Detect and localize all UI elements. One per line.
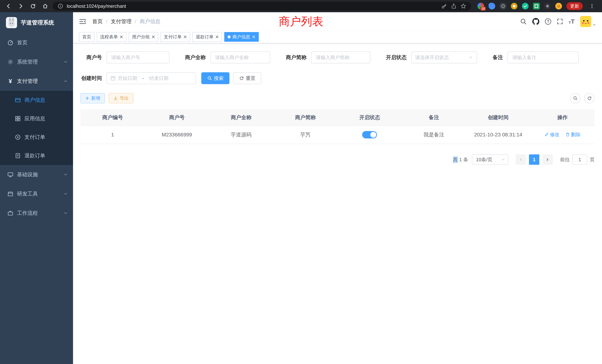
app-navbar: 首页 / 支付管理 / 商户信息 ? TT	[73, 12, 602, 31]
password-key-icon[interactable]	[441, 3, 447, 10]
sidebar-item-refund-order[interactable]: 退款订单	[0, 146, 73, 165]
back-icon[interactable]	[4, 1, 13, 11]
col-header: 备注	[402, 109, 466, 126]
chevron-down-icon	[469, 55, 473, 60]
sidebar-item-pay-order[interactable]: 支付订单	[0, 128, 73, 146]
search-button[interactable]: 搜索	[201, 72, 229, 84]
tab-process-form[interactable]: 流程表单	[97, 32, 126, 42]
next-page-button[interactable]	[542, 154, 553, 165]
col-header: 创建时间	[466, 109, 530, 126]
browser-update-button[interactable]: 更新	[566, 2, 583, 10]
dashboard-icon	[7, 40, 13, 46]
cell-actions: 修改 删除	[530, 126, 595, 144]
remark-input[interactable]	[507, 52, 579, 63]
app-logo[interactable]: 芋道管理系统	[0, 12, 73, 33]
chevron-down-icon	[63, 192, 68, 196]
browser-extensions-area: 10 更新	[474, 1, 598, 11]
reset-button[interactable]: 重置	[233, 72, 261, 84]
bookmark-star-icon[interactable]	[460, 3, 467, 10]
close-icon[interactable]	[183, 35, 187, 39]
tab-home[interactable]: 首页	[79, 32, 95, 42]
goto-page-input[interactable]	[572, 154, 587, 165]
close-icon[interactable]	[215, 35, 219, 39]
sidebar-item-infra[interactable]: 基础设施	[0, 165, 73, 184]
forward-icon[interactable]	[16, 1, 26, 11]
search-icon[interactable]	[520, 18, 527, 25]
help-icon[interactable]: ?	[545, 18, 551, 25]
page-size-select[interactable]: 10条/页	[472, 154, 508, 165]
url-text[interactable]: localhost:1024/pay/merchant	[67, 3, 438, 9]
extension-icon[interactable]	[522, 3, 529, 10]
tab-pay-order[interactable]: 支付订单	[161, 32, 190, 42]
breadcrumb-separator: /	[106, 19, 108, 24]
breadcrumb-home[interactable]: 首页	[92, 18, 103, 25]
sidebar-item-dev-tools[interactable]: 研发工具	[0, 184, 73, 203]
extension-icon[interactable]	[555, 3, 562, 10]
filter-row-2: 创建时间 开始日期 - 结束日期 搜索 重置	[80, 72, 595, 84]
chevron-down-icon	[63, 211, 68, 215]
status-toggle[interactable]	[362, 131, 377, 139]
extension-icon[interactable]: 10	[477, 3, 484, 10]
monitor-icon	[7, 172, 13, 178]
active-dot	[228, 35, 231, 38]
export-button[interactable]: 导出	[109, 93, 133, 103]
close-icon[interactable]	[120, 35, 123, 39]
tab-merchant-info[interactable]: 商户信息	[224, 32, 259, 42]
tab-user-group[interactable]: 用户分组	[129, 32, 158, 42]
filter-row-1: 商户号 商户全称 商户简称 开启状态 请选择开启状态	[80, 52, 595, 63]
table-toolbar: 新增 导出	[80, 93, 595, 103]
sidebar-fold-icon[interactable]	[79, 18, 86, 25]
document-icon	[15, 153, 21, 159]
extension-icon[interactable]	[544, 3, 551, 10]
col-header: 商户全称	[209, 109, 273, 126]
fullscreen-icon[interactable]	[557, 18, 563, 25]
chevron-down-icon	[63, 172, 68, 177]
breadcrumb-payment[interactable]: 支付管理	[111, 18, 132, 25]
full-name-input[interactable]	[210, 52, 270, 63]
share-icon[interactable]	[450, 3, 457, 10]
prev-page-button[interactable]	[516, 154, 526, 165]
extension-icon[interactable]	[533, 3, 540, 10]
caret-down-icon	[592, 23, 596, 27]
col-header: 商户号	[145, 109, 209, 126]
refresh-icon[interactable]	[584, 93, 595, 103]
cell-remark: 我是备注	[402, 126, 466, 144]
browser-menu-kebab-icon[interactable]	[587, 1, 597, 11]
toolbox-icon	[7, 191, 13, 197]
page-number-button[interactable]: 1	[529, 154, 539, 165]
home-icon[interactable]	[40, 1, 50, 11]
sidebar-item-payment[interactable]: ¥ 支付管理	[0, 72, 73, 91]
add-button[interactable]: 新增	[80, 93, 105, 103]
toggle-search-icon[interactable]	[570, 93, 580, 103]
sidebar-item-home[interactable]: 首页	[0, 33, 73, 52]
delete-button[interactable]: 删除	[566, 131, 581, 138]
github-icon[interactable]	[532, 18, 539, 25]
pikachu-avatar	[580, 16, 591, 27]
sidebar-item-merchant-info[interactable]: 商户信息	[0, 91, 73, 109]
extension-icon[interactable]	[489, 3, 495, 10]
close-icon[interactable]	[252, 35, 255, 39]
close-icon[interactable]	[152, 35, 155, 39]
edit-button[interactable]: 修改	[544, 131, 559, 138]
reload-icon[interactable]	[28, 1, 38, 11]
chevron-down-icon	[501, 158, 505, 162]
sidebar-item-workflow[interactable]: 工作流程	[0, 203, 73, 223]
merchant-table: 商户编号 商户号 商户全称 商户简称 开启状态 备注 创建时间 操作 1	[80, 109, 595, 144]
extension-icon[interactable]	[500, 3, 506, 10]
font-size-icon[interactable]: TT	[569, 19, 575, 24]
date-separator: -	[139, 75, 147, 81]
tab-refund-order[interactable]: 退款订单	[192, 32, 222, 42]
status-select[interactable]: 请选择开启状态	[411, 52, 477, 63]
merchant-no-input[interactable]	[106, 52, 169, 63]
page-info-icon[interactable]	[57, 3, 64, 10]
sidebar-item-system[interactable]: 系统管理	[0, 52, 73, 72]
address-bar[interactable]: localhost:1024/pay/merchant	[53, 2, 471, 11]
extension-icon[interactable]	[511, 3, 517, 10]
short-name-input[interactable]	[311, 52, 370, 63]
user-avatar[interactable]	[580, 16, 596, 27]
col-header: 操作	[530, 109, 595, 126]
date-range-picker[interactable]: 开始日期 - 结束日期	[106, 72, 196, 84]
logo-rabbit-avatar	[6, 17, 17, 28]
sidebar-item-app-info[interactable]: 应用信息	[0, 109, 73, 128]
total-count: 共 1 条	[453, 156, 468, 163]
